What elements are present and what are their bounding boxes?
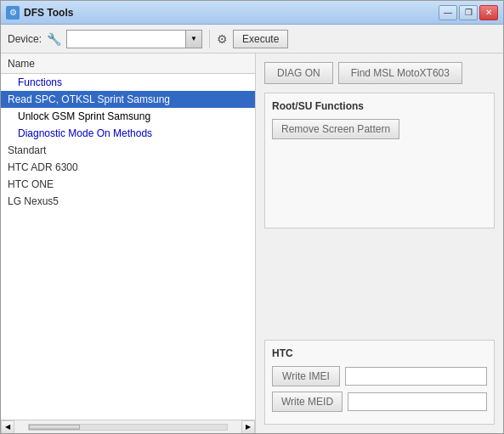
write-imei-button[interactable]: Write IMEI <box>272 366 340 386</box>
htc-title: HTC <box>272 347 487 359</box>
title-bar-controls: — ❒ ✕ <box>439 5 498 20</box>
tree-list[interactable]: Functions Read SPC, OTKSL Sprint Samsung… <box>1 74 255 420</box>
write-imei-row: Write IMEI <box>272 366 487 386</box>
main-window: ⚙ DFS Tools — ❒ ✕ Device: 🔧 ▼ ⚙ Execute … <box>0 0 504 434</box>
sidebar-item-standart[interactable]: Standart <box>1 142 255 159</box>
sidebar-item-lg-nexus5[interactable]: LG Nexus5 <box>1 193 255 210</box>
sidebar-item-diagnostic-mode[interactable]: Diagnostic Mode On Methods <box>1 125 255 142</box>
main-content: Name Functions Read SPC, OTKSL Sprint Sa… <box>1 54 503 433</box>
write-meid-button[interactable]: Write MEID <box>272 392 343 412</box>
close-button[interactable]: ✕ <box>479 5 498 20</box>
scroll-right-button[interactable]: ▶ <box>241 420 255 434</box>
root-su-content: Remove Screen Pattern <box>272 119 487 221</box>
restore-button[interactable]: ❒ <box>459 5 478 20</box>
dropdown-arrow-button[interactable]: ▼ <box>185 30 202 48</box>
write-meid-row: Write MEID <box>272 392 487 412</box>
device-label: Device: <box>8 33 42 45</box>
root-su-title: Root/SU Functions <box>272 100 487 112</box>
htc-section: HTC Write IMEI Write MEID <box>264 340 495 425</box>
sidebar-item-functions[interactable]: Functions <box>1 74 255 91</box>
column-header: Name <box>1 54 255 74</box>
left-panel: Name Functions Read SPC, OTKSL Sprint Sa… <box>1 54 256 433</box>
sidebar-item-read-spc[interactable]: Read SPC, OTKSL Sprint Samsung <box>1 91 255 108</box>
device-icon: 🔧 <box>47 32 61 46</box>
title-bar-left: ⚙ DFS Tools <box>6 6 73 20</box>
toolbar-separator <box>209 30 210 48</box>
meid-input[interactable] <box>348 392 487 411</box>
spacer <box>264 237 495 331</box>
top-buttons: DIAG ON Find MSL MotoXT603 <box>264 62 495 84</box>
title-bar: ⚙ DFS Tools — ❒ ✕ <box>1 1 503 25</box>
window-title: DFS Tools <box>24 7 73 19</box>
root-su-section: Root/SU Functions Remove Screen Pattern <box>264 93 495 228</box>
minimize-button[interactable]: — <box>439 5 457 20</box>
execute-button[interactable]: Execute <box>233 30 288 48</box>
gear-icon: ⚙ <box>217 32 228 46</box>
scrollbar-track-area <box>14 420 241 434</box>
sidebar-item-unlock-gsm[interactable]: Unlock GSM Sprint Samsung <box>1 108 255 125</box>
remove-screen-pattern-button[interactable]: Remove Screen Pattern <box>272 119 399 139</box>
sidebar-item-htc-adr[interactable]: HTC ADR 6300 <box>1 159 255 176</box>
find-msl-button[interactable]: Find MSL MotoXT603 <box>338 62 462 84</box>
right-panel: DIAG ON Find MSL MotoXT603 Root/SU Funct… <box>256 54 503 433</box>
scrollbar-thumb[interactable] <box>29 425 80 430</box>
toolbar: Device: 🔧 ▼ ⚙ Execute <box>1 25 503 54</box>
device-dropdown-wrapper: ▼ <box>66 30 202 48</box>
app-icon: ⚙ <box>6 6 20 20</box>
scrollbar-track <box>28 424 228 431</box>
sidebar-item-htc-one[interactable]: HTC ONE <box>1 176 255 193</box>
imei-input[interactable] <box>345 367 487 386</box>
diag-on-button[interactable]: DIAG ON <box>264 62 333 84</box>
scroll-left-button[interactable]: ◀ <box>1 420 14 434</box>
device-input[interactable] <box>66 30 202 48</box>
horizontal-scrollbar: ◀ ▶ <box>1 420 255 433</box>
